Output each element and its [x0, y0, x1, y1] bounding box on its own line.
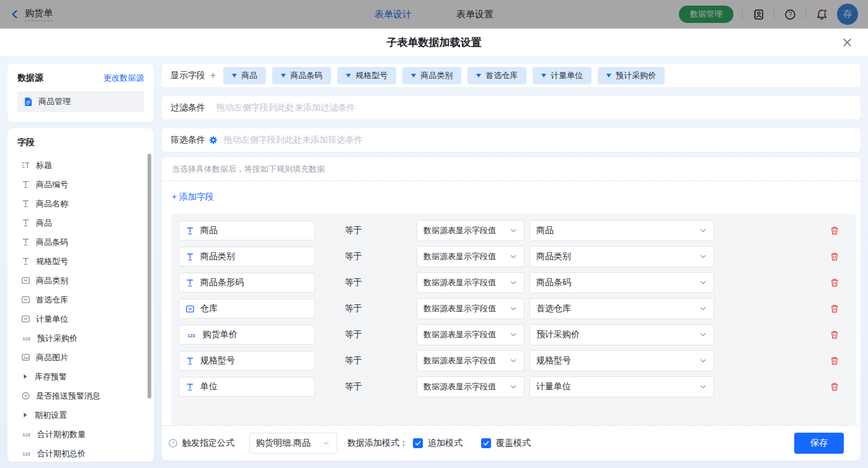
form-name[interactable]: 购货单	[25, 7, 53, 21]
chevron-down-icon	[699, 278, 707, 287]
delete-rule-button[interactable]	[829, 225, 840, 236]
rule-source-select[interactable]: 数据源表显示字段值	[417, 246, 525, 267]
field-item[interactable]: 库存预警	[17, 367, 154, 386]
rule-source-value: 数据源表显示字段值	[423, 355, 496, 366]
address-book-icon[interactable]	[751, 7, 765, 21]
delete-rule-button[interactable]	[829, 277, 840, 288]
svg-text:?: ?	[788, 11, 792, 17]
append-mode-label: 追加模式	[428, 438, 463, 449]
divider	[742, 9, 743, 19]
field-item[interactable]: 商品类别	[17, 271, 154, 290]
display-fields-label: 显示字段	[170, 70, 205, 81]
rule-operator: 等于	[345, 277, 366, 288]
rule-source-select[interactable]: 数据源表显示字段值	[417, 324, 525, 345]
rule-row: 123 购货单价 等于 数据源表显示字段值 预计采购价	[171, 322, 856, 348]
display-field-chip[interactable]: 商品类别	[402, 67, 461, 84]
add-display-field-button[interactable]: +	[210, 71, 216, 81]
chevron-down-icon	[699, 382, 707, 391]
field-item-label: 规格型号	[36, 256, 68, 267]
rule-target-select[interactable]: 商品条码	[529, 272, 714, 293]
fields-scrollbar[interactable]	[148, 154, 151, 399]
rule-source-select[interactable]: 数据源表显示字段值	[417, 376, 525, 397]
field-item[interactable]: 商品图片	[17, 348, 154, 367]
rule-field-box[interactable]: 单位	[179, 377, 315, 397]
display-field-chip[interactable]: 规格型号	[337, 67, 396, 84]
field-item-label: 首选仓库	[36, 294, 68, 306]
rule-target-select[interactable]: 首选仓库	[529, 298, 714, 319]
rule-target-value: 商品条码	[536, 277, 571, 288]
overwrite-mode-checkbox[interactable]: 覆盖模式	[481, 438, 531, 449]
rule-target-select[interactable]: 计量单位	[529, 376, 714, 397]
field-item[interactable]: 商品编号	[17, 175, 154, 194]
rule-field-box[interactable]: 商品	[179, 221, 315, 241]
rule-field-box[interactable]: 商品类别	[179, 247, 315, 267]
fields-title: 字段	[17, 137, 154, 148]
delete-rule-button[interactable]	[829, 251, 840, 262]
field-item[interactable]: 计量单位	[17, 309, 154, 329]
delete-rule-button[interactable]	[829, 303, 840, 314]
field-item[interactable]: 规格型号	[17, 252, 154, 271]
chevron-down-icon	[699, 330, 707, 339]
rule-field-box[interactable]: 规格型号	[179, 351, 315, 371]
field-item[interactable]: 首选仓库	[17, 290, 154, 309]
rule-field-box[interactable]: 仓库	[179, 299, 315, 319]
field-item[interactable]: 123 合计期初数量	[17, 425, 154, 444]
datasource-item[interactable]: 商品管理	[17, 91, 144, 112]
field-item[interactable]: 商品	[17, 213, 154, 232]
delete-rule-button[interactable]	[829, 381, 840, 392]
tab-form-settings[interactable]: 表单设置	[456, 9, 494, 20]
rule-field-box[interactable]: 123 购货单价	[179, 325, 315, 345]
rule-source-select[interactable]: 数据源表显示字段值	[417, 298, 525, 319]
rule-target-select[interactable]: 预计采购价	[529, 324, 714, 345]
display-field-chip[interactable]: 商品	[223, 67, 266, 84]
change-datasource-link[interactable]: 更改数据源	[104, 73, 144, 84]
rule-target-value: 预计采购价	[536, 329, 580, 340]
filter-condition-row[interactable]: 过滤条件 拖动左侧字段到此处来添加过滤条件	[162, 96, 861, 120]
rule-target-select[interactable]: 商品类别	[529, 246, 714, 267]
rule-field-label: 规格型号	[200, 355, 235, 366]
help-icon[interactable]: ?	[783, 7, 797, 21]
field-item[interactable]: 是否推送预警消息	[17, 386, 154, 405]
display-field-chip[interactable]: 预计采购价	[598, 67, 665, 84]
tab-form-design[interactable]: 表单设计	[374, 9, 412, 20]
field-item[interactable]: 商品条码	[17, 232, 154, 252]
screening-condition-row[interactable]: 筛选条件 拖动左侧字段到此处来添加筛选条件	[162, 128, 861, 152]
rule-target-value: 商品	[536, 225, 554, 236]
field-item-label: 标题	[36, 160, 52, 171]
modal-header: 子表单数据加载设置	[0, 29, 868, 56]
close-icon[interactable]	[841, 36, 853, 48]
display-field-chip[interactable]: 首选仓库	[467, 67, 526, 84]
fill-rules-panel: 当选择具体数据后，将按如下规则填充数据 + 添加字段 商品 等于 数据源表显示字…	[162, 157, 861, 461]
rule-target-select[interactable]: 规格型号	[529, 350, 714, 371]
rule-source-value: 数据源表显示字段值	[423, 329, 496, 340]
rule-source-select[interactable]: 数据源表显示字段值	[417, 220, 525, 241]
display-field-chip[interactable]: 计量单位	[533, 67, 591, 84]
field-item[interactable]: 123 预计采购价	[17, 329, 154, 348]
field-item[interactable]: 123 合计期初总价	[17, 444, 154, 462]
add-field-link[interactable]: + 添加字段	[172, 192, 214, 203]
rule-source-select[interactable]: 数据源表显示字段值	[417, 350, 525, 371]
rule-target-select[interactable]: 商品	[529, 220, 714, 241]
delete-rule-button[interactable]	[829, 355, 840, 366]
field-item[interactable]: 期初设置	[17, 405, 154, 425]
rule-source-select[interactable]: 数据源表显示字段值	[417, 272, 525, 293]
delete-rule-button[interactable]	[829, 329, 840, 340]
field-item-label: 合计期初数量	[37, 429, 86, 440]
rule-field-box[interactable]: 商品条形码	[179, 273, 315, 293]
avatar[interactable]: 存	[837, 4, 858, 25]
caret-down-icon	[281, 74, 286, 77]
append-mode-checkbox[interactable]: 追加模式	[413, 438, 463, 449]
gear-icon[interactable]	[209, 136, 218, 144]
help-circle-icon[interactable]: ?	[168, 438, 178, 448]
field-item[interactable]: 标题	[17, 156, 154, 175]
chevron-down-icon	[509, 278, 518, 287]
display-field-chip[interactable]: 商品条码	[272, 67, 331, 84]
bell-icon[interactable]	[815, 7, 828, 21]
field-item[interactable]: 商品名称	[17, 194, 154, 213]
save-button[interactable]: 保存	[794, 433, 844, 454]
chevron-down-icon	[699, 304, 707, 313]
trigger-formula-select[interactable]: 购货明细.商品	[249, 433, 337, 454]
data-manage-button[interactable]: 数据管理	[679, 6, 733, 23]
trigger-formula-value: 购货明细.商品	[256, 438, 311, 449]
back-button[interactable]: 购货单	[10, 7, 53, 21]
